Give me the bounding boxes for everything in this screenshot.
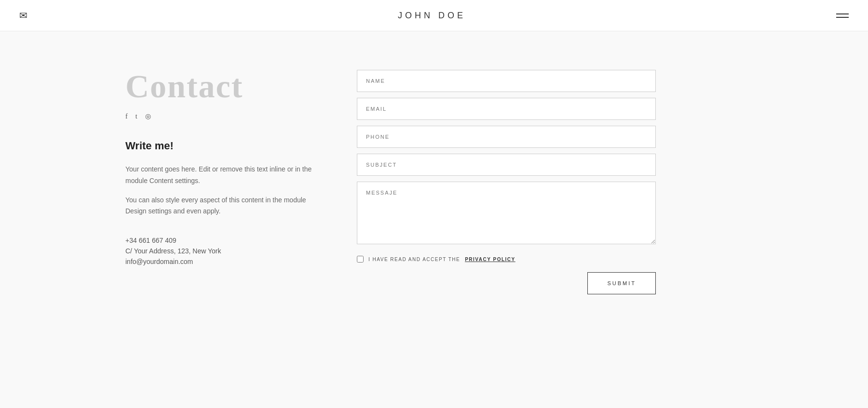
contact-address: C/ Your Address, 123, New York: [125, 247, 318, 255]
menu-line-2: [836, 17, 849, 18]
email-input[interactable]: [357, 98, 656, 120]
email-field-wrapper: [357, 98, 656, 120]
site-title: JOHN DOE: [398, 11, 466, 21]
privacy-row: I HAVE READ AND ACCEPT THE PRIVACY POLIC…: [357, 256, 656, 263]
write-me-heading: Write me!: [125, 140, 318, 152]
contact-info: +34 661 667 409 C/ Your Address, 123, Ne…: [125, 237, 318, 265]
contact-email: info@yourdomain.com: [125, 258, 318, 265]
twitter-icon[interactable]: t: [136, 113, 137, 120]
phone-field-wrapper: [357, 126, 656, 148]
name-input[interactable]: [357, 70, 656, 92]
message-input[interactable]: [357, 182, 656, 244]
facebook-icon[interactable]: f: [125, 113, 128, 120]
page-title: Contact: [125, 70, 318, 103]
description-1: Your content goes here. Edit or remove t…: [125, 164, 318, 187]
submit-row: SUBMIT: [357, 272, 656, 294]
message-field-wrapper: [357, 182, 656, 246]
privacy-label-text: I HAVE READ AND ACCEPT THE: [368, 257, 460, 262]
social-icons-row: f t ◎: [125, 112, 318, 120]
subject-field-wrapper: [357, 154, 656, 176]
menu-line-1: [836, 13, 849, 14]
left-column: Contact f t ◎ Write me! Your content goe…: [125, 70, 318, 294]
contact-phone: +34 661 667 409: [125, 237, 318, 244]
subject-input[interactable]: [357, 154, 656, 176]
instagram-icon[interactable]: ◎: [145, 112, 151, 120]
mail-icon[interactable]: ✉: [19, 10, 27, 21]
submit-button[interactable]: SUBMIT: [587, 272, 656, 294]
menu-icon[interactable]: [836, 13, 849, 18]
privacy-checkbox[interactable]: [357, 256, 364, 263]
main-content: Contact f t ◎ Write me! Your content goe…: [0, 31, 868, 333]
name-field-wrapper: [357, 70, 656, 92]
contact-form: I HAVE READ AND ACCEPT THE PRIVACY POLIC…: [357, 70, 656, 294]
description-2: You can also style every aspect of this …: [125, 195, 318, 218]
phone-input[interactable]: [357, 126, 656, 148]
privacy-policy-link[interactable]: PRIVACY POLICY: [465, 257, 515, 262]
header: ✉ JOHN DOE: [0, 0, 868, 31]
